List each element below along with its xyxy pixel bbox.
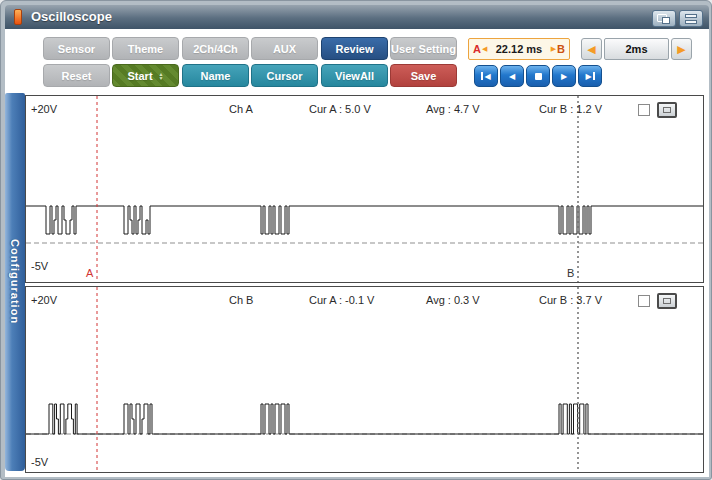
bar-icon — [481, 72, 483, 80]
reset-button[interactable]: Reset — [43, 64, 110, 87]
cursor-b-marker-label[interactable]: B — [567, 267, 574, 279]
channel-b-expand-button[interactable] — [657, 293, 677, 309]
channel-b-panel: +20V Ch B Cur A : -0.1 V Avg : 0.3 V Cur… — [25, 286, 704, 473]
spin-up-down-icon: ▲▼ — [159, 72, 164, 80]
sensor-button[interactable]: Sensor — [43, 37, 110, 60]
title-bar: Oscilloscope — [5, 5, 709, 29]
channel-b-checkbox[interactable] — [638, 295, 650, 307]
cursor-time-readout: A ◀ 22.12 ms ▶ B — [468, 38, 570, 60]
configuration-tab-label: Configuration — [9, 239, 21, 324]
timebase-increase-button[interactable]: ▶ — [671, 38, 692, 60]
channel-b-bottom-voltage: -5V — [31, 456, 48, 468]
cursor-b-label: B — [557, 43, 565, 55]
viewall-button[interactable]: ViewAll — [321, 64, 388, 87]
channel-b-waveform — [26, 287, 703, 472]
skip-start-icon: ◀ — [484, 72, 490, 81]
theme-button[interactable]: Theme — [112, 37, 179, 60]
window-title: Oscilloscope — [31, 9, 112, 24]
channel-a-checkbox[interactable] — [638, 104, 650, 116]
channel-a-avg-value: Avg : 4.7 V — [426, 103, 480, 115]
start-button[interactable]: Start ▲▼ — [112, 64, 179, 87]
review-button[interactable]: Review — [321, 37, 388, 60]
window-layout-button[interactable] — [652, 10, 676, 27]
play-backward-button[interactable]: ◀ — [500, 65, 524, 87]
aux-button[interactable]: AUX — [251, 37, 318, 60]
cursor-a-marker-label[interactable]: A — [86, 267, 93, 279]
app-icon — [14, 9, 22, 25]
cursor-b-right-icon: ▶ — [551, 45, 556, 53]
expand-icon — [663, 107, 671, 113]
stop-button[interactable] — [526, 65, 550, 87]
tile-windows-icon — [685, 20, 697, 24]
stop-icon — [535, 73, 542, 80]
channel-b-cursor-a-value: Cur A : -0.1 V — [309, 294, 374, 306]
cursor-a-label: A — [473, 43, 481, 55]
user-setting-button[interactable]: User Setting — [390, 37, 457, 60]
cursor-a-left-icon: ◀ — [482, 45, 487, 53]
channel-a-panel: +20V Ch A Cur A : 5.0 V Avg : 4.7 V Cur … — [25, 95, 704, 283]
skip-to-start-button[interactable]: ◀ — [474, 65, 498, 87]
cursor-delta-time: 22.12 ms — [488, 43, 549, 55]
bar-icon — [593, 72, 595, 80]
channel-a-waveform — [26, 96, 703, 282]
play-backward-icon: ◀ — [509, 72, 515, 81]
skip-to-end-button[interactable]: ▶ — [578, 65, 602, 87]
right-arrow-icon: ▶ — [677, 43, 685, 56]
channel-a-expand-button[interactable] — [657, 102, 677, 118]
name-button[interactable]: Name — [182, 64, 249, 87]
channel-a-name: Ch A — [229, 103, 253, 115]
window-tile-button[interactable] — [679, 10, 703, 27]
expand-icon — [663, 298, 671, 304]
save-button[interactable]: Save — [390, 64, 457, 87]
channel-mode-button[interactable]: 2Ch/4Ch — [182, 37, 249, 60]
channel-b-avg-value: Avg : 0.3 V — [426, 294, 480, 306]
timebase-decrease-button[interactable]: ◀ — [581, 38, 602, 60]
channel-b-cursor-b-value: Cur B : 3.7 V — [539, 294, 602, 306]
play-button[interactable]: ▶ — [552, 65, 576, 87]
cascade-windows-icon — [657, 14, 667, 22]
tile-windows-icon — [685, 14, 697, 18]
channel-b-top-voltage: +20V — [31, 294, 57, 306]
play-icon: ▶ — [561, 72, 567, 81]
channel-b-name: Ch B — [229, 294, 253, 306]
cursor-button[interactable]: Cursor — [251, 64, 318, 87]
oscilloscope-window: Oscilloscope Sensor Theme 2Ch/4Ch AUX Re… — [0, 0, 712, 480]
left-arrow-icon: ◀ — [587, 43, 595, 56]
channel-a-cursor-a-value: Cur A : 5.0 V — [309, 103, 371, 115]
timebase-display: 2ms — [604, 38, 669, 60]
channel-a-top-voltage: +20V — [31, 103, 57, 115]
skip-end-icon: ▶ — [585, 72, 591, 81]
configuration-tab[interactable]: Configuration — [5, 93, 25, 471]
start-label: Start — [127, 70, 152, 82]
channel-a-bottom-voltage: -5V — [31, 260, 48, 272]
channel-a-cursor-b-value: Cur B : 1.2 V — [539, 103, 602, 115]
